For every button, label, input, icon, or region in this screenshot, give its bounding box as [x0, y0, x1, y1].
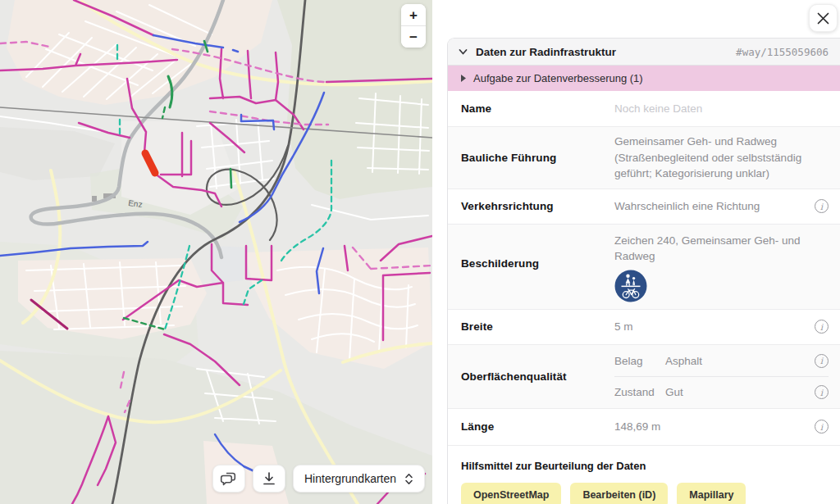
subrow-belag: Belag Asphalt i	[614, 345, 829, 376]
assessment-tools-section: Hilfsmittel zur Beurteilung der Daten Op…	[448, 446, 840, 504]
download-button[interactable]	[253, 465, 285, 493]
row-laenge: Länge 148,69 m i	[448, 409, 840, 446]
subrow-key: Belag	[614, 355, 665, 367]
info-icon[interactable]: i	[815, 385, 829, 399]
row-value: Zeichen 240, Gemeinsamer Geh- und Radweg	[614, 225, 829, 309]
row-bauliche-fuehrung: Bauliche Führung Gemeinsamer Geh- und Ra…	[448, 127, 840, 189]
subrow-value: Gut	[665, 386, 815, 398]
app-window: Enz	[0, 0, 840, 504]
osm-way-id: #way/1155059606	[736, 46, 829, 58]
row-verkehrsrichtung: Verkehrsrichtung Wahrscheinlich eine Ric…	[448, 189, 840, 225]
row-value: Wahrscheinlich eine Richtung	[614, 192, 815, 221]
details-panel: Daten zur Radinfrastruktur #way/11550596…	[432, 0, 840, 504]
row-breite: Breite 5 m i	[448, 310, 840, 345]
subrow-value: Asphalt	[665, 355, 815, 367]
background-maps-label: Hintergrundkarten	[304, 472, 396, 485]
sign-description: Zeichen 240, Gemeinsamer Geh- und Radweg	[614, 234, 801, 263]
row-label: Bauliche Führung	[461, 152, 614, 164]
river-label: Enz	[128, 198, 143, 209]
map-landuse-areas	[0, 0, 432, 504]
surface-subrows: Belag Asphalt i Zustand Gut i	[614, 345, 829, 407]
row-beschilderung: Beschilderung Zeichen 240, Gemeinsamer G…	[448, 225, 840, 310]
zoom-in-button[interactable]: +	[401, 4, 426, 26]
subrow-key: Zustand	[614, 386, 665, 398]
row-value: Gemeinsamer Geh- und Radweg (Straßenbegl…	[614, 127, 829, 188]
chevron-down-icon	[458, 47, 468, 57]
row-value: Noch keine Daten	[614, 94, 829, 124]
row-label: Verkehrsrichtung	[461, 200, 614, 212]
task-banner[interactable]: Aufgabe zur Datenverbesserung (1)	[448, 66, 840, 91]
edit-id-button[interactable]: Bearbeiten (iD)	[570, 483, 668, 504]
row-label: Beschilderung	[461, 225, 614, 270]
feedback-button[interactable]	[212, 465, 245, 493]
info-icon[interactable]: i	[815, 320, 829, 334]
close-icon	[817, 12, 829, 25]
mapillary-button[interactable]: Mapillary	[677, 483, 746, 504]
info-icon[interactable]: i	[815, 354, 829, 368]
row-name: Name Noch keine Daten	[448, 91, 840, 127]
chat-bubbles-icon	[220, 471, 238, 487]
map-canvas[interactable]: Enz	[0, 0, 432, 504]
panel-title: Daten zur Radinfrastruktur	[476, 46, 616, 58]
info-icon[interactable]: i	[815, 420, 829, 434]
download-icon	[261, 470, 277, 487]
row-label: Name	[461, 102, 614, 115]
map-area[interactable]: Enz	[0, 0, 432, 504]
background-maps-selector[interactable]: Hintergrundkarten	[293, 465, 425, 493]
tools-buttons: OpenStreetMap Bearbeiten (iD) Mapillary	[461, 483, 829, 504]
row-label: Oberflächenqualität	[461, 370, 614, 383]
tools-heading: Hilfsmittel zur Beurteilung der Daten	[461, 460, 829, 472]
close-button[interactable]	[809, 4, 838, 32]
row-value: 148,69 m	[614, 412, 815, 442]
map-zoom-control: + −	[401, 4, 426, 48]
openstreetmap-button[interactable]: OpenStreetMap	[461, 483, 561, 504]
row-value: 5 m	[614, 312, 815, 342]
traffic-sign-240-icon	[614, 270, 647, 302]
info-icon[interactable]: i	[815, 199, 829, 213]
task-banner-label: Aufgabe zur Datenverbesserung (1)	[473, 72, 643, 84]
infrastructure-data-card: Daten zur Radinfrastruktur #way/11550596…	[447, 38, 840, 504]
row-label: Breite	[461, 320, 614, 333]
row-oberflaechenqualitaet: Oberflächenqualität Belag Asphalt i Zust…	[448, 345, 840, 409]
row-label: Länge	[461, 420, 614, 433]
triangle-right-icon	[461, 75, 466, 82]
zoom-out-button[interactable]: −	[401, 26, 426, 48]
subrow-zustand: Zustand Gut i	[614, 376, 829, 407]
map-bottom-toolbar: Hintergrundkarten	[212, 465, 425, 493]
select-chevrons-icon	[404, 472, 413, 486]
card-header[interactable]: Daten zur Radinfrastruktur #way/11550596…	[448, 39, 840, 66]
